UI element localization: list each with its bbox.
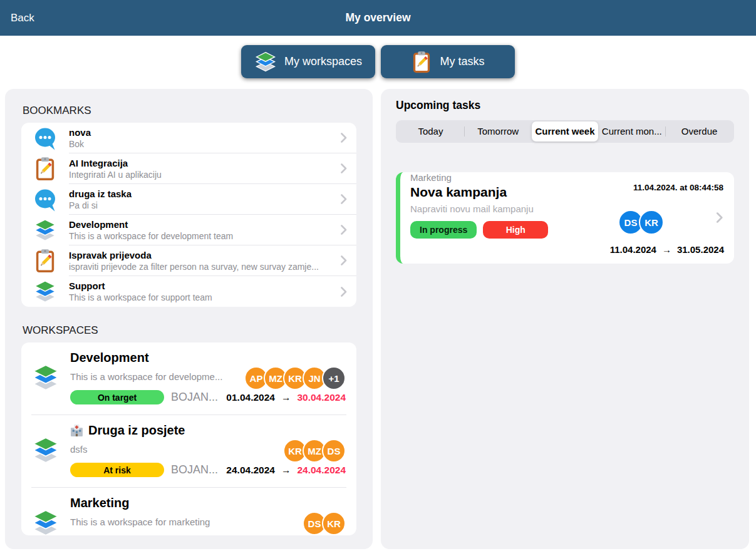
chevron-right-icon: [340, 287, 347, 297]
chevron-right-icon: [716, 212, 723, 223]
task-description: Napraviti novu mail kampanju: [410, 203, 734, 214]
bookmark-subtitle: Bok: [69, 139, 335, 149]
bookmark-title: Support: [69, 281, 335, 291]
my-tasks-label: My tasks: [440, 55, 484, 68]
bookmark-item-nova[interactable]: nova Bok: [21, 123, 356, 153]
upcoming-tasks-header: Upcoming tasks: [396, 99, 734, 112]
bookmark-title: AI Integracija: [69, 158, 335, 168]
bookmark-item-ai-integracija[interactable]: AI Integracija Integrirati AI u aplikaci…: [21, 153, 356, 184]
bookmark-item-ispravak-prijevoda[interactable]: Ispravak prijevoda ispraviti prijevode z…: [21, 245, 356, 276]
clipboard-icon: [32, 249, 58, 273]
avatar-overflow-badge: +1: [322, 366, 346, 390]
avatar: KR: [322, 512, 346, 535]
bookmark-item-support[interactable]: Support This is a workspace for support …: [21, 276, 356, 307]
left-panel: BOOKMARKS nova Bok AI Integracija: [5, 89, 373, 549]
bookmark-item-druga-iz-taska[interactable]: druga iz taska Pa di si: [21, 184, 356, 215]
chevron-right-icon: [340, 194, 347, 204]
workspace-subtitle: dsfs: [70, 444, 252, 455]
content-panels: BOOKMARKS nova Bok AI Integracija: [0, 78, 756, 549]
workspace-subtitle: This is a workspace for marketing: [70, 517, 252, 527]
task-card-nova-kampanja[interactable]: 11.04.2024. at 08:44:58 Marketing Nova k…: [396, 172, 734, 264]
tab-current-month[interactable]: Current mon...: [598, 121, 665, 142]
arrow-right-icon: →: [281, 392, 291, 403]
task-priority-badge: High: [483, 221, 548, 239]
bookmark-subtitle: This is a workspace for support team: [69, 292, 335, 302]
avatar-group: DS KR: [303, 512, 346, 535]
my-workspaces-label: My workspaces: [284, 55, 362, 68]
chevron-right-icon: [340, 225, 347, 235]
workspace-title: Druga iz posjete: [88, 423, 185, 438]
start-date: 01.04.2024: [226, 392, 275, 403]
layers-icon: [21, 351, 70, 414]
layers-icon: [21, 496, 70, 535]
assignee-avatar-group: DS KR: [618, 210, 664, 235]
chat-icon: [32, 126, 58, 150]
workspace-item-druga-iz-posjete[interactable]: Druga iz posjete dsfs At risk BOJAN... 2…: [21, 415, 356, 487]
bookmark-subtitle: Pa di si: [69, 200, 335, 210]
layers-icon: [21, 423, 70, 487]
task-start-date: 11.04.2024: [610, 244, 656, 255]
workspace-subtitle: This is a workspace for developme...: [70, 371, 252, 382]
top-navigation-bar: Back My overview: [0, 0, 756, 36]
avatar-group: KR MZ DS: [283, 439, 346, 463]
bookmark-title: Ispravak prijevoda: [69, 250, 335, 260]
bookmarks-card: nova Bok AI Integracija Integrirati AI u…: [21, 123, 356, 307]
tab-current-week[interactable]: Current week: [532, 121, 599, 142]
task-status-badge: In progress: [410, 221, 477, 239]
avatar-group: AP MZ KR JN +1: [244, 366, 346, 390]
page-title: My overview: [345, 11, 410, 24]
task-timestamp: 11.04.2024. at 08:44:58: [633, 183, 723, 192]
workspace-owner: BOJAN...: [171, 391, 218, 404]
bookmark-subtitle: This is a workspace for development team: [69, 231, 335, 241]
status-badge: On target: [70, 390, 164, 404]
tab-today[interactable]: Today: [397, 121, 464, 142]
bookmark-title: druga iz taska: [69, 188, 335, 199]
start-date: 24.04.2024: [226, 465, 275, 476]
bookmark-title: nova: [69, 127, 335, 138]
workspace-title: Development: [70, 351, 346, 365]
bookmark-subtitle: ispraviti prijevode za filter person na …: [69, 262, 335, 272]
workspace-item-marketing[interactable]: Marketing This is a workspace for market…: [21, 488, 356, 535]
status-badge: At risk: [70, 463, 164, 477]
layers-icon: [32, 219, 58, 242]
arrow-right-icon: →: [281, 465, 291, 476]
view-switcher: My workspaces My tasks: [0, 45, 756, 78]
my-workspaces-button[interactable]: My workspaces: [241, 45, 375, 78]
bookmarks-header: BOOKMARKS: [23, 105, 356, 117]
workspaces-card: Development This is a workspace for deve…: [21, 342, 356, 535]
chat-icon: [32, 188, 58, 212]
arrow-right-icon: →: [662, 244, 671, 255]
tab-overdue[interactable]: Overdue: [666, 121, 733, 142]
workspace-owner: BOJAN...: [171, 463, 218, 476]
layers-icon: [32, 280, 58, 304]
bookmark-title: Development: [69, 219, 335, 230]
workspace-item-development[interactable]: Development This is a workspace for deve…: [21, 342, 356, 414]
tab-tomorrow[interactable]: Tomorrow: [465, 121, 532, 142]
clipboard-icon: [411, 51, 432, 73]
workspaces-header: WORKSPACES: [23, 324, 356, 337]
bookmark-item-development[interactable]: Development This is a workspace for deve…: [21, 215, 356, 245]
clipboard-icon: [32, 157, 58, 181]
hospital-emoji-icon: [70, 424, 83, 437]
chevron-right-icon: [340, 133, 347, 143]
end-date: 24.04.2024: [297, 465, 346, 476]
task-filter-segmented-control: Today Tomorrow Current week Current mon.…: [396, 120, 734, 143]
my-tasks-button[interactable]: My tasks: [381, 45, 515, 78]
workspace-title: Marketing: [70, 496, 346, 510]
end-date: 30.04.2024: [297, 392, 346, 403]
task-end-date: 31.05.2024: [677, 244, 724, 255]
back-button[interactable]: Back: [11, 12, 34, 24]
task-workspace-label: Marketing: [410, 172, 734, 183]
chevron-right-icon: [340, 255, 347, 265]
layers-icon: [254, 51, 277, 73]
bookmark-subtitle: Integrirati AI u aplikaciju: [69, 170, 335, 180]
chevron-right-icon: [340, 163, 347, 173]
avatar: DS: [322, 439, 346, 463]
right-panel: Upcoming tasks Today Tomorrow Current we…: [381, 89, 749, 549]
avatar: KR: [639, 210, 664, 235]
